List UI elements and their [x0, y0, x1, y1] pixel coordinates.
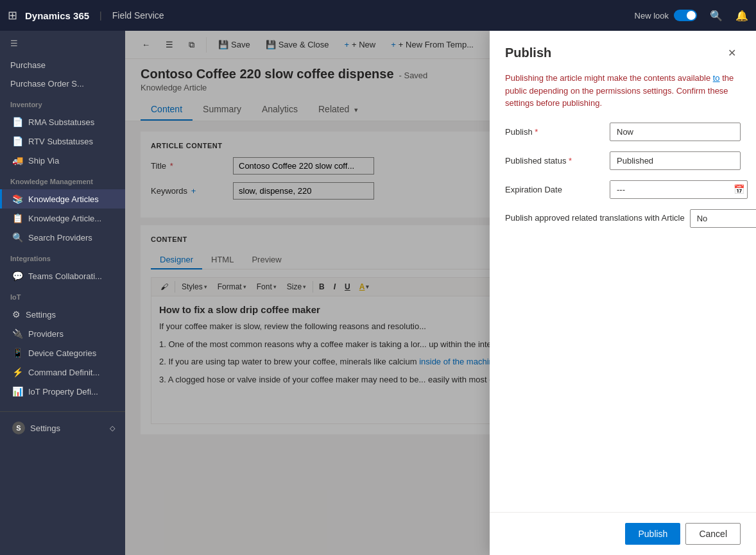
status-required: *: [566, 156, 572, 166]
grid-icon[interactable]: ⊞: [8, 8, 17, 22]
sidebar-section-knowledge: Knowledge Management: [0, 170, 125, 189]
sidebar-item-settings-bottom-label: Settings: [30, 423, 60, 433]
publish-field-input[interactable]: [610, 123, 741, 141]
shipvia-icon: 🚚: [12, 155, 23, 166]
status-field-label: Published status *: [505, 156, 605, 166]
sidebar-hamburger[interactable]: ☰: [0, 31, 125, 56]
sidebar-item-iot-property[interactable]: 📊 IoT Property Defi...: [0, 382, 125, 401]
modal-body: Publishing the article might make the co…: [490, 72, 756, 512]
sidebar-item-settings-bottom[interactable]: S Settings ◇: [0, 417, 125, 439]
sidebar-item-rtv[interactable]: 📄 RTV Substatuses: [0, 132, 125, 151]
modal-header: Publish ✕: [490, 31, 756, 72]
sidebar-item-device-label: Device Categories: [28, 348, 96, 358]
topbar: ⊞ Dynamics 365 | Field Service New look …: [0, 0, 756, 31]
sidebar-item-shipvia-label: Ship Via: [28, 156, 59, 166]
sidebar-item-purchase[interactable]: Purchase: [0, 56, 125, 74]
sidebar-item-knowledge-articles-label: Knowledge Articles: [28, 194, 99, 204]
modal-footer: Publish Cancel: [490, 512, 756, 555]
sidebar-item-iot-property-label: IoT Property Defi...: [28, 387, 98, 397]
sidebar-item-device-categories[interactable]: 📱 Device Categories: [0, 343, 125, 363]
modal-field-publish: Publish *: [505, 123, 741, 141]
sidebar-item-providers-label: Providers: [28, 329, 64, 339]
sidebar-item-knowledge-template-label: Knowledge Article...: [28, 214, 101, 223]
teams-icon: 💬: [12, 271, 23, 281]
knowledge-template-icon: 📋: [12, 213, 23, 223]
sidebar-item-providers[interactable]: 🔌 Providers: [0, 324, 125, 343]
search-icon[interactable]: 🔍: [710, 10, 723, 22]
modal-field-status: Published status *: [505, 151, 741, 170]
expiration-input[interactable]: [610, 181, 731, 198]
modal-field-translations: Publish approved related translations wi…: [505, 209, 741, 228]
sidebar-section-iot: IoT: [0, 286, 125, 305]
sidebar-item-iot-settings-label: Settings: [26, 310, 56, 320]
settings-bottom-icon: S: [12, 422, 25, 434]
main-layout: ☰ Purchase Purchase Order S... Inventory…: [0, 31, 756, 555]
translations-field-input[interactable]: [690, 209, 756, 228]
sidebar-item-rma-label: RMA Substatuses: [28, 117, 94, 127]
sidebar-item-search-providers[interactable]: 🔍 Search Providers: [0, 228, 125, 247]
modal-field-expiration: Expiration Date 📅: [505, 180, 741, 199]
sidebar-item-teams-label: Teams Collaborati...: [28, 271, 102, 281]
modal-title: Publish: [505, 46, 551, 60]
bell-icon[interactable]: 🔔: [735, 10, 748, 22]
new-look-toggle[interactable]: [674, 10, 697, 21]
topbar-divider: |: [99, 10, 102, 21]
topbar-module: Field Service: [112, 10, 164, 21]
providers-icon: 🔌: [12, 329, 23, 339]
publish-modal: Publish ✕ Publishing the article might m…: [490, 31, 756, 555]
status-field-input[interactable]: [610, 151, 741, 170]
command-icon: ⚡: [12, 367, 23, 377]
calendar-button[interactable]: 📅: [731, 182, 747, 197]
modal-close-button[interactable]: ✕: [723, 44, 741, 62]
knowledge-articles-icon: 📚: [12, 194, 23, 204]
sidebar-item-knowledge-articles[interactable]: 📚 Knowledge Articles: [0, 189, 125, 209]
new-look-label: New look: [635, 11, 669, 21]
modal-warning: Publishing the article might make the co…: [505, 72, 741, 110]
sidebar-item-rma[interactable]: 📄 RMA Substatuses: [0, 112, 125, 132]
sidebar-item-command-label: Command Definit...: [28, 368, 99, 377]
sidebar-item-knowledge-article-templates[interactable]: 📋 Knowledge Article...: [0, 209, 125, 228]
app-name: Dynamics 365: [25, 10, 89, 21]
publish-field-label: Publish *: [505, 127, 605, 137]
warning-link-to[interactable]: to: [713, 73, 720, 83]
sidebar-item-teams[interactable]: 💬 Teams Collaborati...: [0, 266, 125, 286]
expiration-input-wrap: 📅: [610, 180, 748, 199]
sidebar: ☰ Purchase Purchase Order S... Inventory…: [0, 31, 125, 555]
new-look-toggle-group: New look: [635, 10, 697, 21]
sidebar-item-iot-settings[interactable]: ⚙ Settings: [0, 305, 125, 324]
rtv-icon: 📄: [12, 136, 23, 146]
sidebar-item-rtv-label: RTV Substatuses: [28, 137, 93, 146]
sidebar-item-command-def[interactable]: ⚡ Command Definit...: [0, 363, 125, 382]
rma-icon: 📄: [12, 117, 23, 127]
sidebar-item-shipvia[interactable]: 🚚 Ship Via: [0, 151, 125, 170]
sidebar-section-integrations: Integrations: [0, 247, 125, 266]
translations-field-label: Publish approved related translations wi…: [505, 209, 685, 223]
iot-settings-icon: ⚙: [12, 309, 21, 320]
content-area: ← ☰ ⧉ 💾 Save 💾 Save & Close + + New: [125, 31, 756, 555]
expiration-field-label: Expiration Date: [505, 185, 605, 194]
settings-expand-icon: ◇: [110, 424, 115, 432]
sidebar-item-purchase-order[interactable]: Purchase Order S...: [0, 74, 125, 93]
cancel-button[interactable]: Cancel: [685, 523, 741, 545]
publish-required: *: [533, 127, 538, 137]
sidebar-section-inventory: Inventory: [0, 93, 125, 112]
sidebar-item-search-providers-label: Search Providers: [28, 233, 92, 243]
search-providers-icon: 🔍: [12, 232, 23, 243]
iot-property-icon: 📊: [12, 386, 23, 397]
publish-button[interactable]: Publish: [625, 523, 680, 545]
device-icon: 📱: [12, 348, 23, 358]
